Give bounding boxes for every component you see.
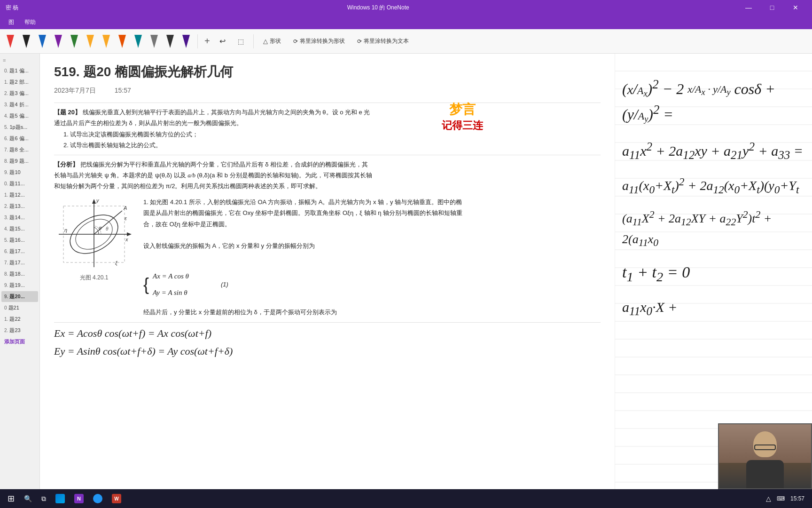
pen-tool-purple[interactable]	[52, 33, 65, 50]
sidebar-item-14[interactable]: 4. 题15...	[1, 223, 38, 234]
pen-tool-dark2[interactable]	[164, 33, 177, 50]
brace-equations: Ax = A cos θ Ay = A sin θ	[153, 266, 189, 303]
analysis-1-paragraph: 1. 如光图 4.20.1 所示，入射的线偏振光沿 OA 方向振动，振幅为 A。…	[143, 197, 463, 230]
right-panel: (x/Ax)2 − 2 x/Ax · y/Ay cosδ + (y/Ay)2 =…	[615, 54, 812, 489]
right-eq3-text: a11(x0+Xt)2 + 2a12(x0+Xt)(y0+Yt	[622, 178, 799, 193]
sidebar-item-22[interactable]: 1. 题22	[1, 314, 38, 325]
analysis-section: 【分析】 把线偏振光分解为平行和垂直晶片光轴的两个分量，它们经晶片后有 δ 相位…	[54, 159, 374, 192]
page-main-content: 519. 题20 椭圆偏振光解析几何 2023年7月7日 15:57 【题 20…	[40, 54, 615, 489]
name-stamp-sub: 记得三连	[442, 119, 483, 133]
sidebar-item-4[interactable]: 4. 题5 偏...	[1, 111, 38, 121]
main-area: ≡ 0. 题1 偏...1. 题2 部...2. 题3 偏...3. 题4 折.…	[0, 54, 812, 489]
eq-number: (1)	[221, 279, 228, 290]
shape-label: 形状	[270, 37, 281, 45]
divider2	[54, 155, 601, 155]
menubar: 图 帮助	[0, 15, 812, 29]
sidebar-item-2[interactable]: 2. 题3 偏...	[1, 88, 38, 99]
taskbar-taskview[interactable]: ⧉	[38, 491, 50, 506]
eq-Ey: Ey = Asinθ cos(ωt+f+δ) = Ay cos(ωt+f+δ)	[54, 345, 601, 357]
sidebar-item-1[interactable]: 1. 题2 部...	[1, 77, 38, 87]
sidebar-item-23[interactable]: 2. 题23	[1, 325, 38, 336]
sidebar-item-8[interactable]: 8. 题9 题...	[1, 156, 38, 167]
shape-button[interactable]: △ 形状	[258, 35, 286, 47]
sidebar: ≡ 0. 题1 偏...1. 题2 部...2. 题3 偏...3. 题4 折.…	[0, 54, 40, 489]
maximize-button[interactable]: □	[761, 0, 783, 15]
page-date-row: 2023年7月7日 15:57	[54, 87, 601, 95]
topic-section: 【题 20】 线偏振光垂直入射到光轴平行于表面的晶片上，其振动方向与晶片光轴方向…	[54, 107, 374, 151]
name-stamp: 梦言 记得三连	[442, 101, 483, 133]
sidebar-item-5[interactable]: 5. 1p题s...	[1, 122, 38, 133]
sidebar-item-0[interactable]: 0. 题1 偏...	[1, 65, 38, 76]
sidebar-item-7[interactable]: 7. 题8 全...	[1, 144, 38, 155]
user-label: 密 杨	[6, 4, 18, 12]
sidebar-item-9[interactable]: 9. 题10	[1, 167, 38, 178]
sidebar-item-3[interactable]: 3. 题4 折...	[1, 99, 38, 110]
sidebar-item-15[interactable]: 5. 题16...	[1, 235, 38, 246]
taskbar-app3[interactable]	[89, 491, 106, 506]
sidebar-item-20[interactable]: 9. 题20...	[1, 291, 38, 302]
pen-tool-blue[interactable]	[36, 33, 49, 50]
sidebar-collapse-btn[interactable]: ≡	[0, 56, 39, 65]
right-eq2: a11x2 + 2a12xy + a21y2 + a33 =	[622, 138, 805, 164]
sidebar-item-16[interactable]: 6. 题17...	[1, 246, 38, 257]
pen-tool-yellow1[interactable]	[84, 33, 97, 50]
convert-to-shape-button[interactable]: ⟳ 将里涂转换为形状	[289, 35, 350, 47]
keyboard-icon[interactable]: ⌨	[777, 495, 785, 502]
start-button[interactable]: ⊞	[4, 491, 18, 506]
brace-eq2: Ay = A sin θ	[153, 286, 189, 299]
right-eq3: a11(x0+Xt)2 + 2a12(x0+Xt)(y0+Yt	[622, 174, 805, 198]
sidebar-item-17[interactable]: 7. 题17...	[1, 257, 38, 268]
svg-text:φ: φ	[99, 225, 102, 230]
taskbar-onenote[interactable]: N	[70, 491, 87, 506]
convert-shape-label: 将里涂转换为形状	[300, 37, 345, 45]
sidebar-item-19[interactable]: 9. 题19...	[1, 280, 38, 291]
close-button[interactable]: ✕	[785, 0, 806, 15]
name-stamp-main: 梦言	[442, 101, 483, 119]
person-body	[746, 460, 784, 488]
right-eq2-text: a11x2 + 2a12xy + a21y2 + a33 =	[622, 143, 803, 159]
menu-item-help[interactable]: 帮助	[20, 16, 40, 28]
svg-text:ε: ε	[125, 215, 127, 221]
minimize-button[interactable]: —	[738, 0, 759, 15]
analysis-label: 【分析】	[54, 161, 78, 168]
add-tool-button[interactable]: +	[203, 36, 212, 47]
pen-tool-cyan[interactable]	[132, 33, 145, 50]
start-icon: ⊞	[8, 493, 15, 504]
notification-icon[interactable]: △	[766, 495, 771, 502]
svg-text:y: y	[96, 198, 100, 203]
right-eq4-text: (a11X2 + 2a12XY + a22Y2)t2 + 2(a11x0	[622, 212, 772, 246]
sidebar-item-10[interactable]: 0. 题11...	[1, 178, 38, 189]
analysis-3-paragraph: 经晶片后，y 分量比 x 分量超前的相位为 δ，于是两个振动可分别表示为	[143, 307, 463, 318]
taskbar-edge[interactable]	[52, 491, 69, 506]
taskbar-search[interactable]: 🔍	[20, 491, 36, 506]
pen-tool-darkpurple[interactable]	[180, 33, 193, 50]
pen-tool-grey[interactable]	[148, 33, 161, 50]
convert-text-icon: ⟳	[357, 38, 362, 45]
toolbar: + ↩ ⬚ △ 形状 ⟳ 将里涂转换为形状 ⟳ 将里涂转换为文本	[0, 29, 812, 54]
svg-marker-4	[127, 232, 132, 236]
sidebar-item-12[interactable]: 2. 题13...	[1, 201, 38, 212]
pen-tool-green[interactable]	[68, 33, 81, 50]
menu-item-image[interactable]: 图	[4, 16, 19, 28]
pen-tool-yellow2[interactable]	[100, 33, 113, 50]
math-figure-section: y x A η ξ φ θ ε	[54, 197, 601, 318]
pen-tool-red[interactable]	[4, 33, 17, 50]
sidebar-item-6[interactable]: 6. 题6 偏...	[1, 133, 38, 144]
divider1	[54, 103, 601, 103]
sidebar-item-13[interactable]: 3. 题14...	[1, 212, 38, 223]
taskbar-wps[interactable]: W	[108, 491, 125, 506]
pen-tool-orange[interactable]	[116, 33, 129, 50]
topic-label: 【题 20】	[54, 109, 81, 116]
shape-icon: △	[263, 38, 268, 45]
lasso-button[interactable]: ⬚	[233, 36, 249, 47]
convert-shape-icon: ⟳	[293, 38, 298, 45]
undo-button[interactable]: ↩	[215, 35, 230, 48]
sidebar-item-21[interactable]: 0 题21	[1, 302, 38, 313]
pen-tool-dark[interactable]	[20, 33, 33, 50]
analysis-paragraph: 【分析】 把线偏振光分解为平行和垂直晶片光轴的两个分量，它们经晶片后有 δ 相位…	[54, 159, 374, 192]
sidebar-item-11[interactable]: 1. 题12...	[1, 190, 38, 200]
sidebar-item-18[interactable]: 8. 题18...	[1, 269, 38, 279]
sidebar-item-24[interactable]: 添加页面	[1, 336, 38, 347]
wps-icon: W	[112, 494, 121, 503]
convert-to-text-button[interactable]: ⟳ 将里涂转换为文本	[352, 35, 414, 47]
